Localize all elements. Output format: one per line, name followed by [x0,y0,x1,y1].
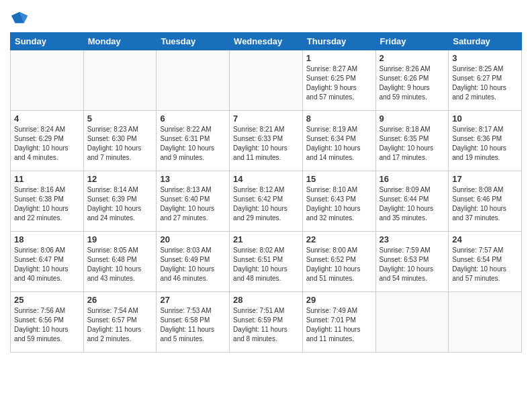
day-info: Sunrise: 8:22 AM Sunset: 6:31 PM Dayligh… [160,125,226,163]
day-info: Sunrise: 8:09 AM Sunset: 6:44 PM Dayligh… [380,185,445,223]
weekday-header-wednesday: Wednesday [230,33,303,50]
day-info: Sunrise: 8:06 AM Sunset: 6:47 PM Dayligh… [14,246,80,283]
day-cell: 15Sunrise: 8:10 AM Sunset: 6:43 PM Dayli… [302,171,375,232]
day-number: 22 [306,234,372,244]
weekday-header-friday: Friday [375,33,449,50]
day-number: 16 [380,174,445,184]
day-info: Sunrise: 8:14 AM Sunset: 6:39 PM Dayligh… [87,185,153,223]
day-number: 18 [14,234,80,244]
day-number: 21 [233,234,299,244]
day-number: 24 [452,234,518,244]
weekday-header-sunday: Sunday [11,33,84,50]
day-number: 17 [452,174,518,184]
weekday-header-saturday: Saturday [449,33,522,50]
day-info: Sunrise: 8:21 AM Sunset: 6:33 PM Dayligh… [233,125,299,163]
week-row-4: 18Sunrise: 8:06 AM Sunset: 6:47 PM Dayli… [11,232,522,292]
day-cell [375,292,449,353]
day-info: Sunrise: 8:12 AM Sunset: 6:42 PM Dayligh… [233,185,299,223]
day-cell: 24Sunrise: 7:57 AM Sunset: 6:54 PM Dayli… [449,232,522,292]
day-cell: 20Sunrise: 8:03 AM Sunset: 6:49 PM Dayli… [157,232,230,292]
day-info: Sunrise: 8:13 AM Sunset: 6:40 PM Dayligh… [160,185,226,223]
day-cell: 6Sunrise: 8:22 AM Sunset: 6:31 PM Daylig… [157,111,230,171]
day-cell: 1Sunrise: 8:27 AM Sunset: 6:25 PM Daylig… [302,50,375,111]
weekday-header-monday: Monday [83,33,157,50]
day-cell: 5Sunrise: 8:23 AM Sunset: 6:30 PM Daylig… [83,111,157,171]
day-info: Sunrise: 7:49 AM Sunset: 7:01 PM Dayligh… [306,306,372,344]
day-info: Sunrise: 8:05 AM Sunset: 6:48 PM Dayligh… [87,246,153,283]
day-number: 20 [160,234,226,244]
day-number: 2 [380,53,445,63]
day-info: Sunrise: 7:53 AM Sunset: 6:58 PM Dayligh… [160,306,226,344]
day-cell [157,50,230,111]
day-info: Sunrise: 8:16 AM Sunset: 6:38 PM Dayligh… [14,185,80,223]
day-info: Sunrise: 8:00 AM Sunset: 6:52 PM Dayligh… [306,246,372,283]
day-cell: 27Sunrise: 7:53 AM Sunset: 6:58 PM Dayli… [157,292,230,353]
day-number: 3 [452,53,518,63]
day-number: 10 [452,113,518,124]
day-cell: 16Sunrise: 8:09 AM Sunset: 6:44 PM Dayli… [375,171,449,232]
day-info: Sunrise: 8:17 AM Sunset: 6:36 PM Dayligh… [452,125,518,163]
day-cell: 13Sunrise: 8:13 AM Sunset: 6:40 PM Dayli… [157,171,230,232]
day-number: 15 [306,174,372,184]
day-number: 27 [160,295,226,305]
day-info: Sunrise: 7:54 AM Sunset: 6:57 PM Dayligh… [87,306,153,344]
day-cell: 22Sunrise: 8:00 AM Sunset: 6:52 PM Dayli… [302,232,375,292]
day-number: 19 [87,234,153,244]
day-cell: 19Sunrise: 8:05 AM Sunset: 6:48 PM Dayli… [83,232,157,292]
day-number: 9 [380,113,445,124]
weekday-header-tuesday: Tuesday [157,33,230,50]
day-info: Sunrise: 8:26 AM Sunset: 6:26 PM Dayligh… [380,64,445,102]
day-info: Sunrise: 8:03 AM Sunset: 6:49 PM Dayligh… [160,246,226,283]
calendar: SundayMondayTuesdayWednesdayThursdayFrid… [10,32,522,353]
logo-icon [10,9,29,28]
day-number: 23 [380,234,445,244]
day-cell: 23Sunrise: 7:59 AM Sunset: 6:53 PM Dayli… [375,232,449,292]
day-number: 28 [233,295,299,305]
day-number: 11 [14,174,80,184]
day-cell: 28Sunrise: 7:51 AM Sunset: 6:59 PM Dayli… [230,292,303,353]
day-cell: 3Sunrise: 8:25 AM Sunset: 6:27 PM Daylig… [449,50,522,111]
weekday-header-row: SundayMondayTuesdayWednesdayThursdayFrid… [11,33,522,50]
weekday-header-thursday: Thursday [302,33,375,50]
day-cell: 9Sunrise: 8:18 AM Sunset: 6:35 PM Daylig… [375,111,449,171]
day-info: Sunrise: 8:27 AM Sunset: 6:25 PM Dayligh… [306,64,372,102]
day-info: Sunrise: 8:10 AM Sunset: 6:43 PM Dayligh… [306,185,372,223]
day-info: Sunrise: 7:51 AM Sunset: 6:59 PM Dayligh… [233,306,299,344]
day-cell: 12Sunrise: 8:14 AM Sunset: 6:39 PM Dayli… [83,171,157,232]
week-row-5: 25Sunrise: 7:56 AM Sunset: 6:56 PM Dayli… [11,292,522,353]
week-row-3: 11Sunrise: 8:16 AM Sunset: 6:38 PM Dayli… [11,171,522,232]
day-info: Sunrise: 8:02 AM Sunset: 6:51 PM Dayligh… [233,246,299,283]
day-cell [230,50,303,111]
day-number: 12 [87,174,153,184]
day-info: Sunrise: 7:56 AM Sunset: 6:56 PM Dayligh… [14,306,80,344]
day-info: Sunrise: 8:23 AM Sunset: 6:30 PM Dayligh… [87,125,153,163]
day-cell: 17Sunrise: 8:08 AM Sunset: 6:46 PM Dayli… [449,171,522,232]
day-info: Sunrise: 8:25 AM Sunset: 6:27 PM Dayligh… [452,64,518,102]
day-number: 14 [233,174,299,184]
day-cell: 8Sunrise: 8:19 AM Sunset: 6:34 PM Daylig… [302,111,375,171]
day-number: 8 [306,113,372,124]
day-number: 29 [306,295,372,305]
day-cell: 11Sunrise: 8:16 AM Sunset: 6:38 PM Dayli… [11,171,84,232]
day-cell: 7Sunrise: 8:21 AM Sunset: 6:33 PM Daylig… [230,111,303,171]
day-cell: 25Sunrise: 7:56 AM Sunset: 6:56 PM Dayli… [11,292,84,353]
day-cell: 26Sunrise: 7:54 AM Sunset: 6:57 PM Dayli… [83,292,157,353]
header [10,7,522,28]
day-info: Sunrise: 7:59 AM Sunset: 6:53 PM Dayligh… [380,246,445,283]
day-cell: 4Sunrise: 8:24 AM Sunset: 6:29 PM Daylig… [11,111,84,171]
day-cell: 10Sunrise: 8:17 AM Sunset: 6:36 PM Dayli… [449,111,522,171]
day-cell [449,292,522,353]
day-info: Sunrise: 8:08 AM Sunset: 6:46 PM Dayligh… [452,185,518,223]
day-number: 25 [14,295,80,305]
day-cell: 21Sunrise: 8:02 AM Sunset: 6:51 PM Dayli… [230,232,303,292]
day-cell: 2Sunrise: 8:26 AM Sunset: 6:26 PM Daylig… [375,50,449,111]
day-number: 5 [87,113,153,124]
logo [10,9,32,28]
day-info: Sunrise: 8:19 AM Sunset: 6:34 PM Dayligh… [306,125,372,163]
day-number: 13 [160,174,226,184]
day-info: Sunrise: 8:24 AM Sunset: 6:29 PM Dayligh… [14,125,80,163]
day-number: 4 [14,113,80,124]
day-cell: 18Sunrise: 8:06 AM Sunset: 6:47 PM Dayli… [11,232,84,292]
day-number: 26 [87,295,153,305]
day-number: 6 [160,113,226,124]
